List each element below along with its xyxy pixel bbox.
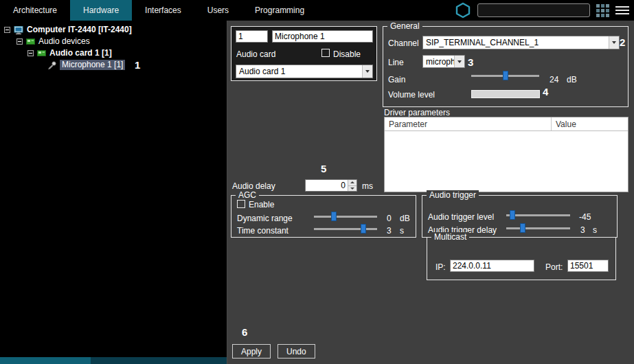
slider-track xyxy=(506,227,570,229)
driver-parameters-title: Driver parameters xyxy=(384,108,450,117)
audio-trigger-level-slider-thumb[interactable] xyxy=(510,210,515,220)
tree-item-audio-devices[interactable]: Audio devices xyxy=(0,36,227,47)
computer-icon xyxy=(14,26,23,34)
column-header-value[interactable]: Value xyxy=(552,117,628,130)
dynamic-range-unit: dB xyxy=(400,214,410,223)
multicast-port-label: Port: xyxy=(545,262,563,272)
volume-level-meter xyxy=(471,90,540,98)
chevron-down-icon xyxy=(454,56,464,67)
time-constant-slider-thumb[interactable] xyxy=(361,224,366,234)
audio-card-dropdown[interactable]: Audio card 1 xyxy=(236,65,373,78)
app-window: Architecture Hardware Interfaces Users P… xyxy=(0,0,634,364)
hamburger-menu-icon[interactable] xyxy=(615,6,629,14)
audio-card-dropdown-value: Audio card 1 xyxy=(236,67,362,76)
dynamic-range-value: 0 xyxy=(387,214,392,223)
time-constant-slider[interactable] xyxy=(314,224,377,234)
time-constant-label: Time constant xyxy=(237,226,288,236)
tab-programming[interactable]: Programming xyxy=(242,0,317,21)
dynamic-range-slider-thumb[interactable] xyxy=(331,212,337,221)
disable-label: Disable xyxy=(333,49,361,59)
audio-card-icon xyxy=(37,49,46,57)
enable-label: Enable xyxy=(249,200,274,209)
device-name-input[interactable] xyxy=(272,30,373,43)
tree-horizontal-scrollbar[interactable] xyxy=(0,357,227,364)
column-header-parameter[interactable]: Parameter xyxy=(385,117,552,130)
audio-trigger-groupbox: Audio trigger Audio trigger level -45 Au… xyxy=(422,195,618,238)
audio-trigger-level-label: Audio trigger level xyxy=(428,212,494,222)
tree-item-computer[interactable]: Computer IT-2440 [IT-2440] xyxy=(0,24,227,36)
main-menu: Architecture Hardware Interfaces Users P… xyxy=(0,0,317,21)
audio-devices-icon xyxy=(26,38,35,45)
channel-dropdown[interactable]: SIP_TERMINAL_CHANNEL_1 xyxy=(422,36,620,49)
device-header-box: Audio card Disable Audio card 1 xyxy=(231,26,377,81)
arrow-down-icon xyxy=(350,187,354,190)
agc-groupbox: AGC Enable Dynamic range 0 dB Time const… xyxy=(231,195,416,238)
collapse-icon[interactable] xyxy=(4,27,10,33)
tab-interfaces[interactable]: Interfaces xyxy=(132,0,194,21)
multicast-groupbox: Multicast IP: Port: xyxy=(427,237,616,280)
multicast-title: Multicast xyxy=(431,232,469,242)
gain-slider-thumb[interactable] xyxy=(503,71,508,80)
undo-button[interactable]: Undo xyxy=(278,344,315,359)
slider-track xyxy=(314,228,377,230)
microphone-icon xyxy=(48,61,56,69)
tree-item-label: Computer IT-2440 [IT-2440] xyxy=(27,25,132,35)
enable-checkbox[interactable] xyxy=(237,200,245,208)
multicast-ip-input[interactable] xyxy=(450,260,534,272)
slider-track xyxy=(314,216,377,218)
time-constant-unit: s xyxy=(400,226,404,236)
audio-delay-unit: ms xyxy=(362,181,373,191)
agc-title: AGC xyxy=(236,190,259,201)
tab-architecture[interactable]: Architecture xyxy=(0,0,70,21)
annotation-4: 4 xyxy=(543,87,548,97)
scrollbar-thumb[interactable] xyxy=(0,357,91,364)
audio-trigger-level-value: -45 xyxy=(579,212,591,222)
app-grid-icon[interactable] xyxy=(596,4,609,17)
topbar-right-cluster xyxy=(455,0,634,21)
audio-trigger-delay-slider[interactable] xyxy=(506,223,570,233)
driver-parameters-table[interactable]: Parameter Value xyxy=(384,117,629,192)
device-tree-panel: Computer IT-2440 [IT-2440] Audio devices… xyxy=(0,21,227,364)
annotation-2: 2 xyxy=(620,37,625,47)
settings-panel: Audio card Disable Audio card 1 General … xyxy=(227,21,634,364)
gain-label: Gain xyxy=(388,75,405,84)
table-header-row: Parameter Value xyxy=(385,117,628,131)
dynamic-range-slider[interactable] xyxy=(314,212,377,221)
annotation-3: 3 xyxy=(468,57,473,67)
chevron-down-icon xyxy=(609,36,619,49)
tree-item-audio-card[interactable]: Audio card 1 [1] xyxy=(0,47,227,59)
audio-delay-label: Audio delay xyxy=(232,181,275,191)
audio-delay-value: 0 xyxy=(306,180,348,191)
spinner-down-button[interactable] xyxy=(348,185,356,192)
top-menubar: Architecture Hardware Interfaces Users P… xyxy=(0,0,634,21)
volume-level-label: Volume level xyxy=(388,90,435,100)
audio-trigger-delay-slider-thumb[interactable] xyxy=(520,223,525,233)
general-groupbox: General Channel SIP_TERMINAL_CHANNEL_1 L… xyxy=(383,26,629,107)
gain-slider[interactable] xyxy=(471,71,539,80)
search-input[interactable] xyxy=(477,3,590,17)
audio-trigger-delay-unit: s xyxy=(593,225,597,235)
tree-item-microphone[interactable]: Microphone 1 [1] xyxy=(0,59,227,71)
audio-card-label: Audio card xyxy=(236,49,275,59)
tree-item-label: Microphone 1 [1] xyxy=(60,60,125,70)
audio-trigger-title: Audio trigger xyxy=(427,190,479,201)
tree-item-label: Audio card 1 [1] xyxy=(49,48,112,58)
collapse-icon[interactable] xyxy=(27,50,34,56)
annotation-5: 5 xyxy=(321,163,326,174)
spinner-up-button[interactable] xyxy=(348,180,356,185)
audio-trigger-level-slider[interactable] xyxy=(506,210,570,220)
audio-delay-spinner[interactable]: 0 xyxy=(305,179,357,192)
collapse-icon[interactable] xyxy=(16,38,23,45)
audio-trigger-delay-value: 3 xyxy=(580,225,585,235)
tree-item-label: Audio devices xyxy=(38,36,90,47)
slider-track xyxy=(506,214,570,216)
apply-button[interactable]: Apply xyxy=(232,344,271,359)
tab-hardware[interactable]: Hardware xyxy=(70,0,132,21)
disable-checkbox[interactable] xyxy=(321,49,330,57)
multicast-port-input[interactable] xyxy=(567,260,609,272)
channel-label: Channel xyxy=(388,38,419,48)
line-dropdown[interactable]: microphone xyxy=(422,55,465,68)
general-title: General xyxy=(387,21,422,32)
device-index-input[interactable] xyxy=(236,30,268,43)
tab-users[interactable]: Users xyxy=(194,0,242,21)
